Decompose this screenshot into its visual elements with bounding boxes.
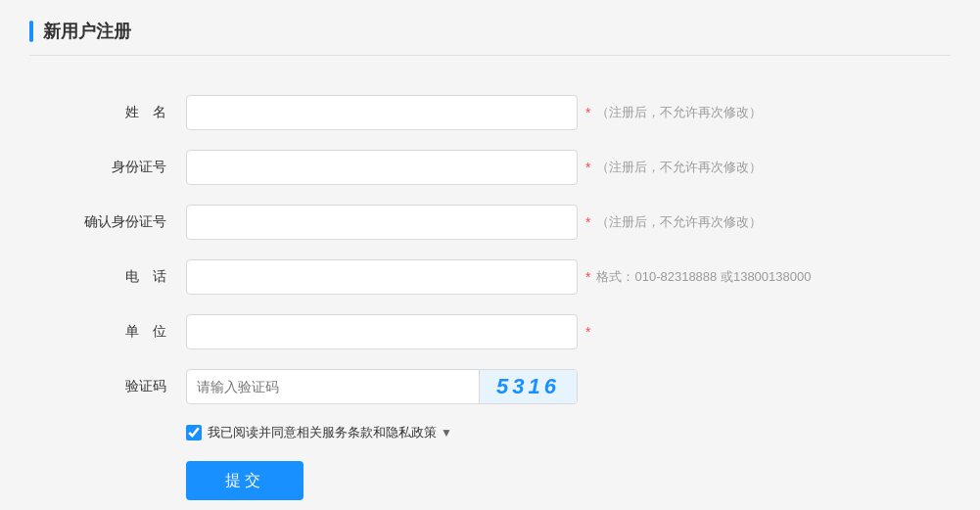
id-number-row: 身份证号 * （注册后，不允许再次修改） [29, 150, 951, 185]
captcha-label: 验证码 [29, 378, 186, 395]
title-bar-accent [29, 21, 33, 42]
submit-row: 提交 [186, 461, 951, 500]
agree-label[interactable]: 我已阅读并同意相关服务条款和隐私政策 [208, 424, 437, 441]
captcha-image[interactable]: 5316 [479, 370, 577, 403]
page-container: 新用户注册 姓 名 * （注册后，不允许再次修改） 身份证号 * （注册后，不允… [0, 0, 980, 510]
id-number-required-star: * [585, 160, 590, 175]
page-title: 新用户注册 [43, 20, 131, 43]
name-input[interactable] [186, 95, 578, 130]
confirm-id-number-required-star: * [585, 214, 590, 230]
captcha-input[interactable] [187, 370, 479, 403]
name-label: 姓 名 [29, 104, 186, 121]
confirm-id-number-label: 确认身份证号 [29, 213, 186, 231]
unit-input[interactable] [186, 314, 578, 349]
agree-row: 我已阅读并同意相关服务条款和隐私政策 ▼ [186, 424, 951, 441]
name-required-star: * [585, 105, 590, 120]
unit-row: 单 位 * [29, 314, 951, 349]
captcha-code: 5316 [496, 374, 560, 399]
confirm-id-number-hint: （注册后，不允许再次修改） [596, 213, 762, 231]
submit-button[interactable]: 提交 [186, 461, 303, 500]
unit-label: 单 位 [29, 323, 186, 341]
phone-required-star: * [585, 269, 590, 285]
id-number-hint: （注册后，不允许再次修改） [596, 159, 762, 176]
id-number-input[interactable] [186, 150, 578, 185]
captcha-row: 验证码 5316 [29, 369, 951, 404]
confirm-id-number-input[interactable] [186, 205, 578, 240]
name-row: 姓 名 * （注册后，不允许再次修改） [29, 95, 951, 130]
phone-input[interactable] [186, 259, 578, 295]
captcha-input-wrapper: 5316 [186, 369, 578, 404]
phone-label: 电 话 [29, 268, 186, 286]
name-hint: （注册后，不允许再次修改） [596, 104, 762, 121]
agree-checkbox[interactable] [186, 425, 202, 440]
unit-required-star: * [585, 324, 590, 340]
phone-row: 电 话 * 格式：010-82318888 或13800138000 [29, 259, 951, 295]
phone-hint: 格式：010-82318888 或13800138000 [596, 268, 811, 286]
registration-form: 姓 名 * （注册后，不允许再次修改） 身份证号 * （注册后，不允许再次修改）… [29, 85, 951, 510]
confirm-id-number-row: 确认身份证号 * （注册后，不允许再次修改） [29, 205, 951, 240]
page-title-container: 新用户注册 [29, 20, 951, 56]
id-number-label: 身份证号 [29, 159, 186, 176]
dropdown-icon: ▼ [441, 426, 452, 440]
